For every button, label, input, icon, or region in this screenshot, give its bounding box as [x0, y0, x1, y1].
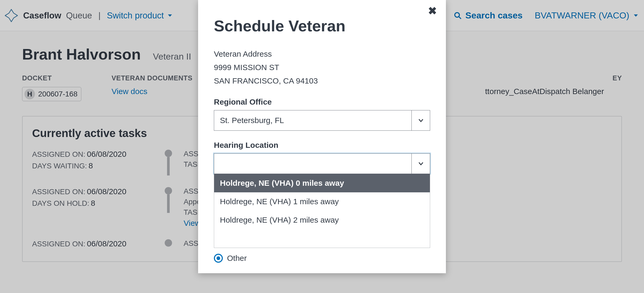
days-on-hold-label: DAYS ON HOLD:	[32, 199, 89, 207]
docket-block: DOCKET H 200607-168	[22, 74, 96, 101]
regional-office-value: St. Petersburg, FL	[214, 110, 411, 130]
veteran-address-block: Veteran Address 9999 MISSION ST SAN FRAN…	[214, 47, 430, 87]
regional-office-select[interactable]: St. Petersburg, FL	[214, 110, 430, 131]
timeline-dot-icon	[165, 239, 172, 247]
timeline-dot-icon	[165, 150, 172, 157]
docket-letter: H	[24, 89, 35, 99]
hearing-option[interactable]: Holdrege, NE (VHA) 1 miles away	[214, 192, 430, 211]
address-line-1: 9999 MISSION ST	[214, 61, 430, 74]
timeline-bar	[167, 157, 170, 175]
search-icon	[454, 12, 462, 19]
days-waiting-value: 8	[87, 161, 93, 170]
svg-line-1	[459, 16, 461, 19]
assigned-on-label: ASSIGNED ON:	[32, 150, 85, 158]
assigned-on-value: 06/08/2020	[85, 239, 126, 248]
hearing-location-select[interactable]	[214, 153, 430, 174]
assigned-on-label: ASSIGNED ON:	[32, 240, 85, 248]
user-label: BVATWARNER (VACO)	[535, 10, 629, 21]
documents-label: VETERAN DOCUMENTS	[112, 74, 193, 82]
assigned-on-value: 06/08/2020	[85, 150, 126, 158]
search-cases-label: Search cases	[465, 10, 522, 21]
assigned-on-value: 06/08/2020	[85, 187, 126, 196]
view-docs-link[interactable]: View docs	[112, 87, 193, 96]
hearing-location-label: Hearing Location	[214, 141, 430, 150]
svg-point-0	[455, 12, 460, 17]
radio-icon	[214, 254, 223, 263]
address-label: Veteran Address	[214, 47, 430, 61]
hearing-location-value	[214, 154, 411, 174]
attorney-label-suffix: EY	[485, 74, 622, 82]
attorney-block: EY ttorney_CaseAtDispatch Belanger	[485, 74, 622, 96]
hearing-option[interactable]: Holdrege, NE (VHA) 0 miles away	[214, 174, 430, 192]
schedule-veteran-modal: ✖ Schedule Veteran Veteran Address 9999 …	[198, 0, 446, 273]
search-cases-link[interactable]: Search cases	[454, 10, 522, 21]
docket-label: DOCKET	[22, 74, 96, 82]
regional-office-label: Regional Office	[214, 97, 430, 106]
header-divider: |	[95, 11, 104, 20]
other-radio-label: Other	[227, 254, 247, 263]
chevron-down-icon	[411, 110, 430, 130]
docket-badge: H 200607-168	[22, 87, 81, 101]
brand-sub: Queue	[64, 11, 92, 21]
address-line-2: SAN FRANCISCO, CA 94103	[214, 74, 430, 87]
user-menu[interactable]: BVATWARNER (VACO)	[535, 10, 639, 21]
brand-name: Caseflow	[23, 11, 61, 21]
chevron-down-icon	[167, 12, 173, 19]
timeline-bar	[167, 194, 170, 213]
close-icon[interactable]: ✖	[428, 5, 437, 17]
timeline-dot-icon	[165, 187, 172, 194]
days-on-hold-value: 8	[89, 199, 95, 207]
veteran-id-label: Veteran II	[153, 51, 191, 62]
modal-title: Schedule Veteran	[214, 17, 430, 35]
brand-block: Caseflow Queue | Switch product	[4, 8, 173, 23]
attorney-value: ttorney_CaseAtDispatch Belanger	[485, 87, 622, 96]
assigned-on-label: ASSIGNED ON:	[32, 188, 85, 196]
chevron-down-icon	[632, 12, 639, 19]
hearing-location-dropdown: Holdrege, NE (VHA) 0 miles away Holdrege…	[214, 174, 430, 248]
hearing-option[interactable]: Holdrege, NE (VHA) 2 miles away	[214, 211, 430, 229]
docket-number: 200607-168	[38, 90, 77, 98]
veteran-name: Brant Halvorson	[22, 45, 141, 63]
caseflow-logo-icon	[4, 8, 19, 23]
other-radio[interactable]: Other	[214, 254, 430, 263]
chevron-down-icon	[411, 154, 430, 174]
switch-product-link[interactable]: Switch product	[107, 11, 173, 21]
documents-block: VETERAN DOCUMENTS View docs	[112, 74, 193, 96]
switch-product-label: Switch product	[107, 11, 164, 21]
days-waiting-label: DAYS WAITING:	[32, 162, 87, 170]
